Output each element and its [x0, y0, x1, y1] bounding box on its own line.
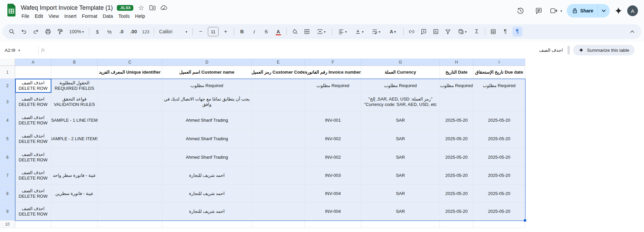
column-header-H[interactable]: H [440, 59, 473, 66]
filter-views-icon[interactable]: ▾ [455, 27, 470, 37]
cell-I5[interactable]: 2025-05-20 [473, 130, 525, 148]
column-header-C[interactable]: C [98, 59, 162, 66]
sheets-logo-icon[interactable] [7, 4, 16, 16]
cell-D4[interactable]: Ahmed Sharif Trading [162, 111, 252, 130]
row-header-9[interactable]: 9 [0, 203, 15, 221]
comments-icon[interactable] [532, 4, 545, 17]
column-header-A[interactable]: A [15, 59, 51, 66]
cell-A3[interactable]: احذف الصفDELETE ROW [15, 93, 51, 111]
cell-C8[interactable] [98, 185, 162, 203]
insert-link-icon[interactable] [407, 27, 417, 37]
select-all-corner[interactable] [0, 59, 15, 66]
menu-data[interactable]: Data [100, 12, 116, 20]
cell-D8[interactable]: احمد شريف للتجارة [162, 185, 252, 203]
document-title[interactable]: Wafeq Import Invoice Template (1) [21, 4, 113, 11]
increase-decimal-icon[interactable]: .00 [129, 27, 139, 37]
cell-I2[interactable]: مطلوب Required [473, 79, 525, 93]
cell-B6[interactable] [51, 148, 98, 166]
cell-H3[interactable] [440, 93, 473, 111]
text-direction-ltr-icon[interactable]: ¶ [500, 27, 510, 37]
cell-G6[interactable]: SAR [361, 148, 440, 166]
paint-format-icon[interactable] [55, 27, 65, 37]
italic-icon[interactable]: I [249, 27, 259, 37]
font-family-control[interactable]: Calibri ▾ [157, 27, 189, 37]
cell-H9[interactable]: 2025-05-20 [440, 203, 473, 221]
cell-E3[interactable] [252, 93, 305, 111]
cell-G3[interactable]: "رمز العملة: SAR, AED, USD, إلخ"Currency… [361, 93, 440, 111]
cell-G5[interactable]: SAR [361, 130, 440, 148]
text-rotation-icon[interactable]: A▾ [385, 27, 400, 37]
account-avatar[interactable]: A [627, 5, 638, 16]
cell-F9[interactable]: INV-004 [305, 203, 361, 221]
cell-D1[interactable]: اسم العميل Customer name [162, 66, 252, 79]
cell-B4[interactable]: SAMPLE - 1 LINE ITEM [51, 111, 98, 130]
format-percent-icon[interactable]: % [104, 27, 114, 37]
cell-H5[interactable]: 2025-05-20 [440, 130, 473, 148]
cell-E8[interactable] [252, 185, 305, 203]
cell-C4[interactable] [98, 111, 162, 130]
cell-D5[interactable]: Ahmed Sharif Trading [162, 130, 252, 148]
cell-B2[interactable]: الحقول المطلوبةREQUIRED FIELDS [51, 79, 98, 93]
cell-F4[interactable]: INV-001 [305, 111, 361, 130]
text-direction-rtl-icon[interactable]: ¶ [512, 27, 522, 37]
cell-E7[interactable] [252, 166, 305, 185]
text-wrap-icon[interactable]: ▾ [369, 27, 383, 37]
decrease-decimal-icon[interactable]: .0 [117, 27, 127, 37]
cell-G4[interactable]: SAR [361, 111, 440, 130]
column-header-F[interactable]: F [305, 59, 361, 66]
print-icon[interactable] [43, 27, 53, 37]
row-header-4[interactable]: 4 [0, 111, 15, 130]
cell-G8[interactable]: SAR [361, 185, 440, 203]
cell-G9[interactable]: SAR [361, 203, 440, 221]
row-header-2[interactable]: 2 [0, 79, 15, 93]
insert-table-icon[interactable] [488, 27, 498, 37]
menu-help[interactable]: Help [132, 12, 148, 20]
cell-I4[interactable]: 2025-05-20 [473, 111, 525, 130]
cell-C5[interactable] [98, 130, 162, 148]
strikethrough-icon[interactable]: S [261, 27, 271, 37]
cell-H8[interactable]: 2025-05-20 [440, 185, 473, 203]
undo-icon[interactable] [19, 27, 29, 37]
cell-C3[interactable] [98, 93, 162, 111]
scrollbar[interactable] [567, 46, 570, 54]
cell-E5[interactable] [252, 130, 305, 148]
meet-video-icon[interactable]: ▾ [550, 7, 562, 14]
cell-B8[interactable]: عينة - فاتورة سطرين [51, 185, 98, 203]
more-formats-icon[interactable]: 123 [141, 27, 151, 37]
cell-D3[interactable]: يجب أن يتطابق تمامًا مع جهات الاتصال لدي… [162, 93, 252, 111]
move-to-folder-icon[interactable] [149, 4, 156, 11]
name-box-caret-icon[interactable]: ▾ [18, 48, 20, 52]
collapse-toolbar-icon[interactable] [627, 27, 637, 37]
cell-A1[interactable] [15, 66, 51, 79]
row-header-5[interactable]: 5 [0, 130, 15, 148]
insert-comment-icon[interactable] [419, 27, 429, 37]
menu-file[interactable]: File [19, 12, 32, 20]
row-header-7[interactable]: 7 [0, 166, 15, 185]
menu-edit[interactable]: Edit [32, 12, 46, 20]
cell-D6[interactable]: Ahmed Sharif Trading [162, 148, 252, 166]
cell-G10[interactable] [361, 221, 440, 228]
meet-caret-icon[interactable]: ▾ [560, 9, 562, 13]
bold-icon[interactable]: B [237, 27, 247, 37]
search-menus-icon[interactable] [7, 27, 17, 37]
cell-F2[interactable]: مطلوب Required [305, 79, 361, 93]
column-header-B[interactable]: B [51, 59, 98, 66]
functions-icon[interactable]: Σ [472, 27, 482, 37]
cell-D2[interactable]: مطلوب Required [162, 79, 252, 93]
cell-F8[interactable]: INV-004 [305, 185, 361, 203]
name-box[interactable]: A2:I9 ▾ [0, 48, 36, 53]
merge-cells-icon[interactable]: ▾ [314, 27, 329, 37]
cell-B9[interactable] [51, 203, 98, 221]
column-header-D[interactable]: D [162, 59, 252, 66]
format-currency-icon[interactable]: $ [92, 27, 102, 37]
decrease-font-size-icon[interactable]: − [196, 27, 206, 37]
cell-C7[interactable] [98, 166, 162, 185]
formula-input[interactable]: احذف الصف [45, 47, 567, 53]
gemini-sparkle-icon[interactable] [614, 7, 623, 15]
zoom-control[interactable]: 100% ▾ [67, 27, 86, 37]
cell-I7[interactable]: 2025-05-20 [473, 166, 525, 185]
cell-C6[interactable] [98, 148, 162, 166]
cell-B1[interactable] [51, 66, 98, 79]
cell-C2[interactable] [98, 79, 162, 93]
cell-A7[interactable]: احذف الصفDELETE ROW [15, 166, 51, 185]
